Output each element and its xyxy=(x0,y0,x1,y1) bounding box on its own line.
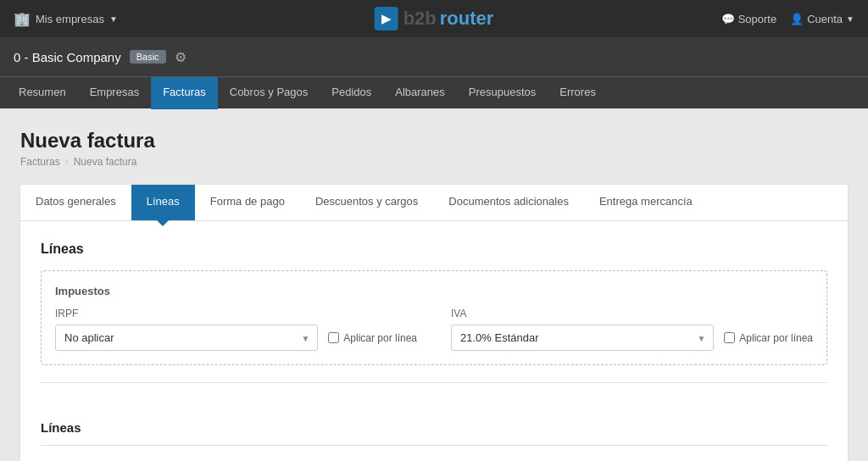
nav-item-empresas[interactable]: Empresas xyxy=(78,77,152,109)
irpf-row: No aplicar ▼ Aplicar por línea xyxy=(55,325,417,351)
company-badge: Basic xyxy=(130,50,166,64)
nav-item-facturas[interactable]: Facturas xyxy=(151,77,218,109)
irpf-checkbox[interactable] xyxy=(328,332,339,343)
iva-checkbox-label: Aplicar por línea xyxy=(739,332,813,344)
chevron-down-icon: ▼ xyxy=(109,14,118,24)
lineas-bottom-title: Líneas xyxy=(20,420,848,445)
support-button[interactable]: 💬 Soporte xyxy=(721,13,777,25)
irpf-checkbox-label: Aplicar por línea xyxy=(343,332,417,344)
top-bar-right: 💬 Soporte 👤 Cuenta ▼ xyxy=(721,13,854,25)
building-icon: 🏢 xyxy=(14,11,31,27)
breadcrumb-parent[interactable]: Facturas xyxy=(20,156,60,168)
impuestos-group: Impuestos IRPF No aplicar ▼ xyxy=(41,270,827,365)
breadcrumb-current: Nueva factura xyxy=(74,156,137,168)
account-icon: 👤 xyxy=(790,13,804,25)
companies-menu[interactable]: 🏢 Mis empresas ▼ xyxy=(14,11,118,27)
section-divider xyxy=(41,382,827,383)
nav-item-errores[interactable]: Errores xyxy=(548,77,608,109)
iva-apply-per-line[interactable]: Aplicar por línea xyxy=(724,332,813,344)
support-icon: 💬 xyxy=(721,13,735,25)
support-label: Soporte xyxy=(738,13,777,25)
tab-bar: Datos generales Líneas Forma de pago Des… xyxy=(20,185,848,221)
iva-checkbox[interactable] xyxy=(724,332,735,343)
iva-field: IVA 21.0% Estándar ▼ Aplicar por línea xyxy=(451,308,813,351)
logo-icon: ▶ xyxy=(375,7,398,31)
top-bar: 🏢 Mis empresas ▼ ▶ b2brouter 💬 Soporte 👤… xyxy=(0,0,868,37)
tab-documentos[interactable]: Documentos adicionales xyxy=(433,185,584,220)
account-chevron-icon: ▼ xyxy=(846,14,854,24)
brand-router: router xyxy=(440,8,494,30)
companies-menu-label: Mis empresas xyxy=(36,13,104,25)
irpf-apply-per-line[interactable]: Aplicar por línea xyxy=(328,332,417,344)
irpf-label: IRPF xyxy=(55,308,417,319)
tab-content: Líneas Impuestos IRPF No aplicar ▼ xyxy=(20,221,848,420)
nav-item-cobros[interactable]: Cobros y Pagos xyxy=(218,77,320,109)
page-title: Nueva factura xyxy=(20,129,848,153)
nav-item-albaranes[interactable]: Albaranes xyxy=(383,77,457,109)
iva-label: IVA xyxy=(451,308,813,319)
tab-lineas[interactable]: Líneas xyxy=(131,185,195,220)
nav-item-resumen[interactable]: Resumen xyxy=(7,77,78,109)
account-button[interactable]: 👤 Cuenta ▼ xyxy=(790,13,854,25)
page-content: Nueva factura Facturas › Nueva factura D… xyxy=(0,108,868,461)
nav-item-pedidos[interactable]: Pedidos xyxy=(320,77,383,109)
impuestos-label: Impuestos xyxy=(55,285,813,297)
tab-entrega[interactable]: Entrega mercancía xyxy=(584,185,708,220)
irpf-select-wrapper: No aplicar ▼ xyxy=(55,325,318,351)
iva-row: 21.0% Estándar ▼ Aplicar por línea xyxy=(451,325,813,351)
brand-b2b: b2b xyxy=(403,8,437,30)
main-card: Datos generales Líneas Forma de pago Des… xyxy=(20,185,848,461)
nav-bar: Resumen Empresas Facturas Cobros y Pagos… xyxy=(0,76,868,108)
company-name: 0 - Basic Company xyxy=(14,50,121,64)
nav-item-presupuestos[interactable]: Presupuestos xyxy=(457,77,548,109)
tab-forma-pago[interactable]: Forma de pago xyxy=(195,185,300,220)
irpf-field: IRPF No aplicar ▼ Aplicar por línea xyxy=(55,308,417,351)
company-bar: 0 - Basic Company Basic ⚙ xyxy=(0,37,868,76)
iva-select[interactable]: 21.0% Estándar xyxy=(451,325,714,351)
lineas-bottom-area xyxy=(41,445,827,461)
impuestos-row: IRPF No aplicar ▼ Aplicar por línea xyxy=(55,308,813,351)
irpf-select[interactable]: No aplicar xyxy=(55,325,318,351)
tab-datos-generales[interactable]: Datos generales xyxy=(20,185,131,220)
breadcrumb: Facturas › Nueva factura xyxy=(20,156,848,168)
brand-logo: ▶ b2brouter xyxy=(375,7,494,31)
iva-select-wrapper: 21.0% Estándar ▼ xyxy=(451,325,714,351)
settings-icon[interactable]: ⚙ xyxy=(175,49,186,65)
breadcrumb-separator: › xyxy=(65,156,69,168)
account-label: Cuenta xyxy=(807,13,843,25)
section-title: Líneas xyxy=(41,242,827,257)
tab-descuentos[interactable]: Descuentos y cargos xyxy=(300,185,433,220)
